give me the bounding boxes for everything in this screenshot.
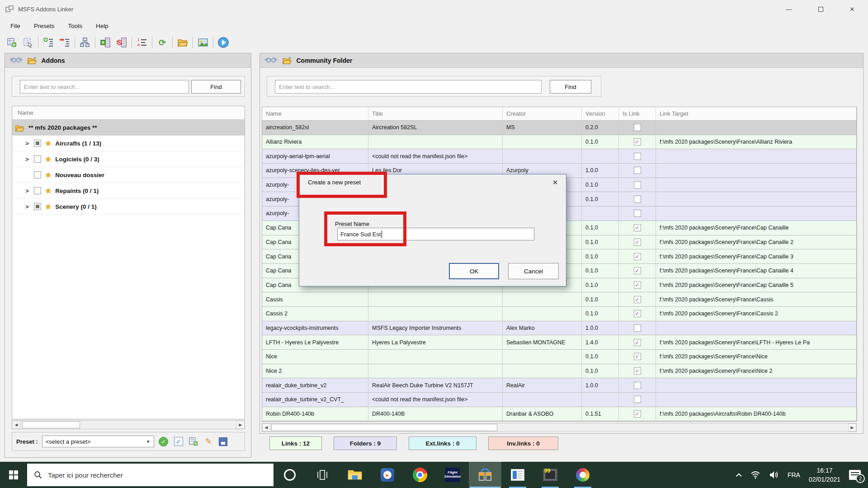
tree-checkbox[interactable] [34, 171, 41, 178]
community-vertical-scrollbar[interactable] [857, 107, 863, 422]
start-button[interactable] [0, 462, 27, 488]
scroll-left-icon[interactable]: ◀ [262, 423, 270, 432]
islink-checkbox[interactable]: ✓ [634, 353, 641, 360]
table-row[interactable]: azurpoly-aerial-tpm-aerial <could not re… [262, 149, 856, 164]
app-window-button[interactable] [501, 462, 534, 488]
table-row[interactable]: Cassis 0.1.0 ✓ f:\mfs 2020 packages\Scen… [262, 292, 856, 307]
tray-chevron-up-icon[interactable] [736, 473, 742, 479]
islink-checkbox[interactable] [634, 196, 641, 203]
wifi-icon[interactable] [750, 471, 760, 479]
menu-tools[interactable]: Tools [61, 19, 90, 33]
islink-checkbox[interactable]: ✓ [634, 239, 641, 246]
islink-checkbox[interactable] [634, 210, 641, 217]
select-addons-icon[interactable] [20, 35, 36, 50]
tree-root-item[interactable]: ** mfs 2020 packages ** [12, 120, 245, 136]
new-addon-icon[interactable] [4, 35, 20, 50]
community-horizontal-scrollbar[interactable]: ◀ ▶ [262, 423, 857, 432]
scroll-thumb[interactable] [271, 424, 497, 431]
tree-view-icon[interactable] [77, 35, 93, 50]
addons-linker-taskbar-button[interactable] [469, 462, 501, 488]
scroll-thumb[interactable] [22, 421, 80, 428]
table-row[interactable]: legacy-vcockpits-instruments MSFS Legacy… [262, 321, 856, 336]
islink-checkbox[interactable]: ✓ [634, 282, 641, 289]
task-view-button[interactable] [306, 462, 339, 488]
tree-item[interactable]: ★ Nouveau dossier [12, 167, 245, 183]
menu-presets[interactable]: Presets [27, 19, 61, 33]
tree-checkbox[interactable] [34, 187, 41, 194]
islink-checkbox[interactable] [634, 167, 641, 174]
open-folder-icon[interactable] [175, 35, 191, 50]
sort-az-icon[interactable]: 1a [134, 35, 150, 50]
expand-chevron-icon[interactable]: > [24, 140, 30, 147]
community-find-button[interactable]: Find [550, 80, 591, 94]
refresh-community-icon[interactable]: ⟲⟳ [264, 56, 278, 64]
screenshot-icon[interactable] [195, 35, 211, 50]
table-row[interactable]: Nice 2 0.1.0 ✓ f:\mfs 2020 packages\Scen… [262, 364, 856, 379]
islink-checkbox[interactable]: ✓ [634, 310, 641, 317]
flight-simulator-button[interactable]: FlightSimulator [436, 462, 469, 488]
refresh-icon[interactable]: ⟳ [154, 35, 170, 50]
islink-checkbox[interactable]: ✓ [634, 339, 641, 346]
save-preset-button[interactable] [218, 436, 229, 447]
close-button[interactable]: ✕ [836, 0, 868, 18]
add-links-icon[interactable] [40, 35, 57, 50]
table-row[interactable]: realair_duke_turbine_v2_CVT_ <could not … [262, 393, 856, 407]
clock[interactable]: 16:17 02/01/2021 [809, 466, 840, 484]
column-header-islink[interactable]: Is Link [619, 107, 656, 120]
add-preset-button[interactable] [188, 436, 199, 447]
preset-select[interactable]: <select a preset> ▼ [42, 436, 154, 447]
file-explorer-button[interactable] [339, 462, 371, 488]
addons-search-input[interactable] [20, 80, 189, 94]
column-header-linktarget[interactable]: Link Target [656, 107, 856, 120]
addons-horizontal-scrollbar[interactable]: ◀ ▶ [12, 420, 245, 429]
scroll-right-icon[interactable]: ▶ [236, 421, 245, 429]
community-search-input[interactable] [275, 80, 542, 94]
table-row[interactable]: LFTH - Hyeres Le Palyvestre Hyeres La Pa… [262, 335, 856, 350]
islink-checkbox[interactable]: ✓ [634, 410, 641, 418]
table-row[interactable]: aircreation_582sl Aircreation 582SL MS 0… [262, 121, 856, 135]
tree-item[interactable]: > ★ Repaints (0 / 1) [12, 183, 245, 199]
run-msfs-icon[interactable] [215, 35, 231, 50]
ok-button[interactable]: OK [449, 263, 499, 279]
fs-traffic-monitor-button[interactable]: 99 [534, 462, 566, 488]
menu-file[interactable]: File [4, 19, 27, 33]
apply-preset-button[interactable]: ✓ [158, 436, 169, 447]
remove-links-icon[interactable] [57, 35, 73, 50]
tree-checkbox[interactable] [34, 203, 41, 210]
refresh-addons-icon[interactable]: ⟲⟳ [9, 56, 23, 64]
taskbar-search[interactable]: Taper ici pour rechercher [27, 464, 274, 486]
addons-find-button[interactable]: Find [191, 80, 241, 94]
paint-button[interactable] [566, 462, 599, 488]
islink-checkbox[interactable]: ✓ [634, 253, 641, 260]
table-row[interactable]: Cassis 2 0.1.0 ✓ f:\mfs 2020 packages\Sc… [262, 307, 856, 321]
edit-preset-button[interactable]: ✎ [203, 436, 214, 447]
islink-checkbox[interactable] [634, 382, 641, 389]
menu-help[interactable]: Help [89, 19, 115, 33]
islink-checkbox[interactable] [634, 396, 641, 403]
islink-checkbox[interactable] [634, 153, 641, 160]
tree-item[interactable]: > ★ Logiciels (0 / 3) [12, 151, 245, 167]
islink-checkbox[interactable] [634, 124, 641, 131]
dialog-close-button[interactable]: ✕ [550, 178, 560, 187]
expand-chevron-icon[interactable]: > [24, 156, 30, 163]
cortana-button[interactable] [274, 462, 306, 488]
validate-preset-button[interactable]: ✓ [173, 436, 184, 447]
table-row[interactable]: realair_duke_turbine_v2 RealAir Beech Du… [262, 378, 856, 393]
unlink-all-icon[interactable] [113, 35, 130, 50]
table-row[interactable]: Allianz Riviera 0.1.0 ✓ f:\mfs 2020 pack… [262, 135, 856, 150]
maximize-button[interactable] [805, 0, 836, 18]
column-header-title[interactable]: Title [368, 107, 503, 120]
language-indicator[interactable]: FRA [788, 471, 800, 479]
islink-checkbox[interactable]: ✓ [634, 367, 641, 375]
islink-checkbox[interactable]: ✓ [634, 138, 641, 145]
islink-checkbox[interactable]: ✓ [634, 296, 641, 303]
link-all-icon[interactable] [97, 35, 113, 50]
islink-checkbox[interactable]: ✓ [634, 224, 641, 231]
column-header-version[interactable]: Version [582, 107, 619, 120]
tree-item[interactable]: > ★ Scenery (0 / 1) [12, 199, 245, 215]
expand-chevron-icon[interactable]: > [24, 203, 30, 210]
islink-checkbox[interactable] [634, 181, 641, 188]
tree-column-header[interactable]: Name [12, 106, 245, 120]
tree-checkbox[interactable] [34, 155, 41, 163]
table-row[interactable]: Nice 0.1.0 ✓ f:\mfs 2020 packages\Scener… [262, 350, 856, 364]
